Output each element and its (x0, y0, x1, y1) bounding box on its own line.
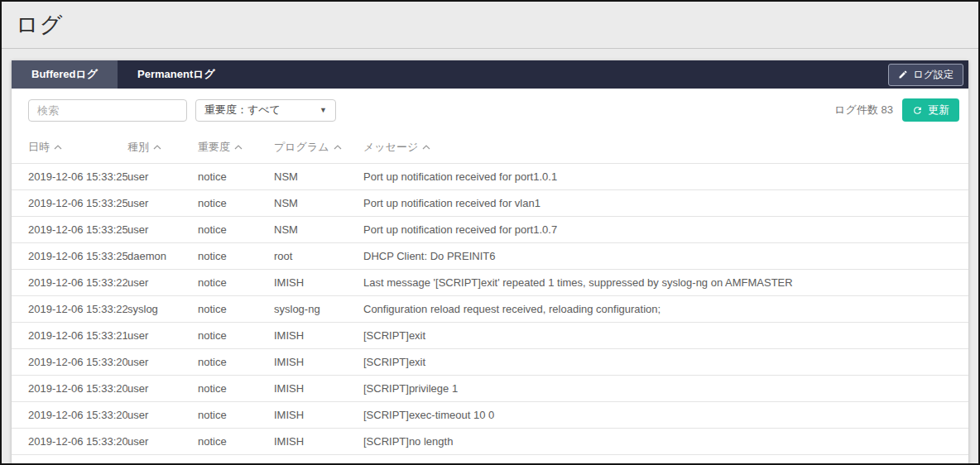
content-area: Bufferedログ Permanentログ ログ設定 重要度：すべて ▼ ログ… (2, 49, 978, 465)
table-cell: IMISH (274, 323, 363, 349)
table-cell: user (127, 429, 198, 455)
tab-permanent-log[interactable]: Permanentログ (118, 60, 235, 89)
table-cell: 2019-12-06 15:33:21 (12, 323, 127, 349)
log-settings-button[interactable]: ログ設定 (888, 64, 963, 86)
column-header[interactable]: 種別 (127, 132, 198, 164)
table-cell: notice (198, 190, 274, 217)
table-cell: notice (198, 323, 274, 349)
column-header[interactable]: 重要度 (198, 132, 274, 164)
table-cell: Last message '[SCRIPT]exit' repeated 1 t… (363, 270, 968, 296)
column-header-label: 種別 (127, 141, 149, 153)
table-row: 2019-12-06 15:33:20usernoticeIMISH[SCRIP… (12, 349, 968, 376)
table-cell: notice (198, 376, 274, 402)
log-settings-label: ログ設定 (913, 68, 954, 82)
table-cell: 2019-12-06 15:33:25 (12, 164, 127, 190)
column-header[interactable]: プログラム (274, 132, 363, 164)
table-row: 2019-12-06 15:33:25usernoticeNSMPort up … (12, 217, 968, 243)
table-cell: user (127, 217, 198, 243)
table-cell: 2019-12-06 15:33:25 (12, 217, 127, 243)
table-cell: IMISH (274, 270, 363, 296)
table-cell: 2019-12-06 15:33:20 (12, 429, 127, 455)
pencil-icon (898, 70, 908, 79)
table-cell: Port up notification received for vlan1 (363, 190, 968, 217)
log-card: Bufferedログ Permanentログ ログ設定 重要度：すべて ▼ ログ… (12, 60, 968, 465)
table-cell: 2019-12-06 15:33:25 (12, 243, 127, 270)
table-cell: 2019-12-06 15:33:22 (12, 270, 127, 296)
table-row: 2019-12-06 15:33:20usernoticeIMISH[SCRIP… (12, 376, 968, 402)
table-row: 2019-12-06 15:33:25usernoticeNSMPort up … (12, 164, 968, 190)
table-cell: user (127, 455, 198, 465)
table-row: 2019-12-06 15:33:25daemonnoticerootDHCP … (12, 243, 968, 270)
table-row: 2019-12-06 15:33:22syslognoticesyslog-ng… (12, 296, 968, 323)
table-cell: syslog-ng (274, 296, 363, 323)
column-header-label: 重要度 (198, 141, 230, 153)
table-header-row: 日時種別重要度プログラムメッセージ (12, 132, 968, 164)
table-cell: user (127, 323, 198, 349)
column-header-label: 日時 (28, 141, 50, 153)
table-cell: IMISH (274, 455, 363, 465)
table-cell: [SCRIPT]privilege 1 (363, 376, 968, 402)
table-cell: notice (198, 217, 274, 243)
table-row: 2019-12-06 15:33:22usernoticeIMISHLast m… (12, 270, 968, 296)
table-cell: notice (198, 455, 274, 465)
table-cell: 2019-12-06 15:33:25 (12, 190, 127, 217)
severity-selected-value: 重要度：すべて (204, 103, 281, 117)
sort-chevron-up-icon (54, 145, 62, 150)
table-cell: [SCRIPT]exit (363, 349, 968, 376)
table-cell: IMISH (274, 349, 363, 376)
sort-chevron-up-icon (234, 145, 243, 150)
search-input[interactable] (28, 99, 187, 122)
table-cell: syslog (127, 296, 198, 323)
tab-bar: Bufferedログ Permanentログ ログ設定 (12, 60, 968, 89)
table-cell: user (127, 349, 198, 376)
table-cell: notice (198, 429, 274, 455)
log-count-text: ログ件数 83 (834, 103, 893, 117)
table-cell: [SCRIPT]hostname AMFMASTER (363, 455, 968, 465)
table-cell: DHCP Client: Do PREINIT6 (363, 243, 968, 270)
table-cell: user (127, 164, 198, 190)
column-header[interactable]: メッセージ (363, 132, 968, 164)
table-cell: notice (198, 270, 274, 296)
column-header-label: メッセージ (363, 141, 418, 153)
tab-buffered-log[interactable]: Bufferedログ (12, 60, 118, 89)
table-cell: root (274, 243, 363, 270)
table-cell: 2019-12-06 15:33:20 (12, 376, 127, 402)
log-table: 日時種別重要度プログラムメッセージ 2019-12-06 15:33:25use… (12, 132, 968, 465)
refresh-button[interactable]: 更新 (902, 98, 959, 122)
table-body: 2019-12-06 15:33:25usernoticeNSMPort up … (12, 164, 968, 465)
table-cell: 2019-12-06 15:33:20 (12, 349, 127, 376)
table-row: 2019-12-06 15:33:21usernoticeIMISH[SCRIP… (12, 323, 968, 349)
table-cell: [SCRIPT]exec-timeout 10 0 (363, 402, 968, 429)
table-cell: [SCRIPT]no length (363, 429, 968, 455)
sort-chevron-up-icon (422, 145, 430, 150)
table-cell: 2019-12-06 15:33:20 (12, 455, 127, 465)
table-cell: 2019-12-06 15:33:20 (12, 402, 127, 429)
table-cell: notice (198, 349, 274, 376)
page-header: ログ (2, 2, 978, 49)
severity-dropdown[interactable]: 重要度：すべて ▼ (195, 99, 336, 122)
table-row: 2019-12-06 15:33:25usernoticeNSMPort up … (12, 190, 968, 217)
refresh-icon (912, 105, 923, 116)
table-cell: IMISH (274, 402, 363, 429)
column-header-label: プログラム (274, 141, 329, 153)
table-cell: user (127, 376, 198, 402)
table-cell: Configuration reload request received, r… (363, 296, 968, 323)
chevron-down-icon: ▼ (319, 106, 327, 114)
sort-chevron-up-icon (153, 145, 161, 150)
table-cell: notice (198, 164, 274, 190)
table-cell: daemon (127, 243, 198, 270)
filter-row: 重要度：すべて ▼ ログ件数 83 更新 (12, 89, 968, 132)
table-cell: notice (198, 402, 274, 429)
table-row: 2019-12-06 15:33:20usernoticeIMISH[SCRIP… (12, 402, 968, 429)
table-cell: notice (198, 243, 274, 270)
table-cell: NSM (274, 164, 363, 190)
page-title: ログ (16, 10, 63, 40)
column-header[interactable]: 日時 (12, 132, 127, 164)
table-row: 2019-12-06 15:33:20usernoticeIMISH[SCRIP… (12, 455, 968, 465)
log-viewer-screen: ログ Bufferedログ Permanentログ ログ設定 重要度：すべて ▼ (0, 0, 980, 465)
table-cell: notice (198, 296, 274, 323)
table-cell: IMISH (274, 429, 363, 455)
refresh-label: 更新 (928, 103, 949, 117)
table-cell: 2019-12-06 15:33:22 (12, 296, 127, 323)
table-cell: Port up notification received for port1.… (363, 217, 968, 243)
